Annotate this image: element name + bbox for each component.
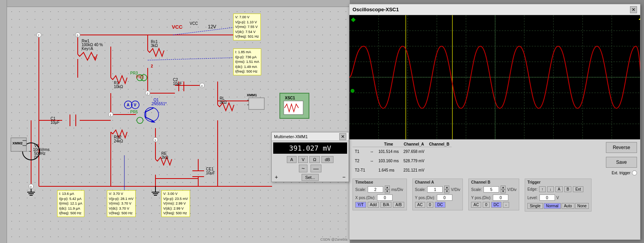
cha-ypos-input[interactable] xyxy=(437,194,452,201)
timebase-scale-label: Scale: xyxy=(355,187,366,192)
timebase-unit: ms/Div xyxy=(391,187,403,192)
ext-trigger-radio[interactable] xyxy=(632,170,637,175)
t1-arrows: ↔ xyxy=(368,147,376,156)
channel-a-indicator xyxy=(351,17,356,22)
chb-ypos-row: Y pos.(Div): xyxy=(471,194,517,201)
vcc-voltage: 12V xyxy=(208,24,216,30)
osc-title: Oscilloscope-XSC1 xyxy=(353,7,399,12)
cha-scale-input[interactable] xyxy=(427,186,443,193)
chb-ac-button[interactable]: AC xyxy=(471,202,481,208)
trigger-auto-btn[interactable]: Auto xyxy=(562,203,574,209)
cha-scale-up[interactable]: ▲ xyxy=(444,186,449,189)
trigger-rise-btn[interactable]: ↑ xyxy=(539,186,546,192)
cha-scale-row: Scale: ▲ ▼ V/Div xyxy=(415,186,461,193)
t2-row: T2 ↔ 103.160 ms 528.779 mV xyxy=(353,156,452,166)
timebase-scale-input[interactable] xyxy=(368,186,383,193)
timebase-title: Timebase xyxy=(355,180,404,184)
rb2-value: 24kΩ xyxy=(114,139,123,143)
timebase-xpos-input[interactable] xyxy=(377,194,393,201)
cha-ypos-label: Y pos.(Div): xyxy=(415,196,435,200)
chb-ypos-label: Y pos.(Div): xyxy=(471,196,491,200)
svg-text:XMM1: XMM1 xyxy=(247,93,257,97)
ab-button[interactable]: A/B xyxy=(393,202,404,208)
mm-a-btn[interactable]: A xyxy=(287,156,297,163)
yt-button[interactable]: Y/T xyxy=(355,202,366,208)
chb-scale-input[interactable] xyxy=(483,186,499,193)
chb-scale-label: Scale: xyxy=(471,187,482,192)
trigger-none-btn[interactable]: None xyxy=(575,203,589,209)
trigger-ext-btn[interactable]: Ext xyxy=(573,186,583,192)
multimeter-panel: Multimeter-XMM1 ✕ 391.027 mV A V Ω dB ~ … xyxy=(271,132,349,182)
trigger-level-input[interactable] xyxy=(539,194,555,201)
svg-text:5: 5 xyxy=(77,34,79,37)
mm-close-button[interactable]: ✕ xyxy=(339,133,346,140)
trigger-level-label: Level: xyxy=(527,196,538,200)
trigger-single-btn[interactable]: Single xyxy=(527,203,543,209)
add-button[interactable]: Add xyxy=(368,202,379,208)
svg-text:XSC1: XSC1 xyxy=(285,96,295,100)
svg-text:3: 3 xyxy=(154,139,156,142)
chb-coupling-row: AC 0 DC - xyxy=(471,202,517,208)
mm-v-btn[interactable]: V xyxy=(298,156,308,163)
mm-set-btn[interactable]: Set... xyxy=(302,174,319,181)
osc-close-button[interactable]: ✕ xyxy=(630,6,637,13)
cha-ac-button[interactable]: AC xyxy=(415,202,425,208)
chb-dc-button[interactable]: DC xyxy=(491,202,501,208)
readings-table: Time Channel_A Channel_B T1 ↔ 101.514 ms… xyxy=(353,142,452,175)
vcc-symbol: VCC xyxy=(190,21,198,26)
trigger-normal-btn[interactable]: Normal xyxy=(544,203,561,209)
t1-chb xyxy=(427,147,452,156)
cha-scale-down[interactable]: ▼ xyxy=(444,189,449,193)
mm-db-btn[interactable]: dB xyxy=(321,156,333,163)
col-cha: Channel_A xyxy=(401,142,427,147)
cha-zero-button[interactable]: 0 xyxy=(427,202,434,208)
rw1-node5: 5 xyxy=(94,56,96,61)
t2t1-label: T2-T1 xyxy=(353,165,368,175)
chb-scale-up[interactable]: ▲ xyxy=(501,186,506,189)
svg-line-46 xyxy=(146,117,154,121)
trigger-b-btn[interactable]: B xyxy=(564,186,572,192)
svg-point-54 xyxy=(137,117,143,123)
t2-cha: 528.779 mV xyxy=(401,156,427,166)
t2-label: T2 xyxy=(353,156,368,166)
timebase-up[interactable]: ▲ xyxy=(385,186,390,189)
rw1-key: Key=A xyxy=(82,47,93,51)
trigger-edge-label: Edge: xyxy=(527,187,538,191)
timebase-spin: ▲ ▼ xyxy=(385,186,390,193)
t2-time: 103.160 ms xyxy=(376,156,401,166)
cha-title: Channel A xyxy=(415,180,461,184)
rc1-value: 3kΩ xyxy=(151,43,158,48)
svg-text:V: V xyxy=(134,103,136,107)
cha-spin: ▲ ▼ xyxy=(444,186,449,193)
chb-minus-button[interactable]: - xyxy=(503,202,509,208)
ch-a-level-indicator xyxy=(351,89,354,93)
mm-ohm-btn[interactable]: Ω xyxy=(309,156,319,163)
svg-text:XMM2: XMM2 xyxy=(12,141,23,145)
channel-a-section: Channel A Scale: ▲ ▼ V/Div Y pos.(Div): … xyxy=(412,179,463,210)
svg-text:4: 4 xyxy=(201,84,203,88)
t2t1-chb xyxy=(427,165,452,175)
mm-titlebar: Multimeter-XMM1 ✕ xyxy=(272,132,349,141)
chb-ypos-input[interactable] xyxy=(493,194,508,201)
chb-scale-down[interactable]: ▼ xyxy=(501,189,506,193)
save-button[interactable]: Save xyxy=(606,157,637,168)
reverse-button[interactable]: Reverse xyxy=(606,142,637,153)
trigger-level-row: Level: V xyxy=(527,194,589,201)
trigger-a-btn[interactable]: A xyxy=(555,186,563,192)
c1-value: 10µF xyxy=(51,120,59,125)
mm-mode: ~ — xyxy=(272,164,349,173)
trigger-level-unit: V xyxy=(557,196,559,200)
timebase-down[interactable]: ▼ xyxy=(385,189,390,193)
mm-bottom: + Set... − xyxy=(272,173,349,182)
osc-screen-svg xyxy=(349,15,640,139)
mm-ac-btn[interactable]: ~ xyxy=(299,165,307,172)
trigger-fall-btn[interactable]: ↓ xyxy=(547,186,554,192)
watermark: CSDN @Zanebla xyxy=(320,238,347,241)
ba-button[interactable]: B/A xyxy=(380,202,391,208)
osc-screen xyxy=(349,15,640,139)
cha-dc-button[interactable]: DC xyxy=(435,202,445,208)
chb-zero-button[interactable]: 0 xyxy=(483,202,490,208)
mm-dc-btn[interactable]: — xyxy=(311,165,321,172)
svg-rect-63 xyxy=(284,101,303,115)
chb-unit: V/Div xyxy=(507,187,517,192)
